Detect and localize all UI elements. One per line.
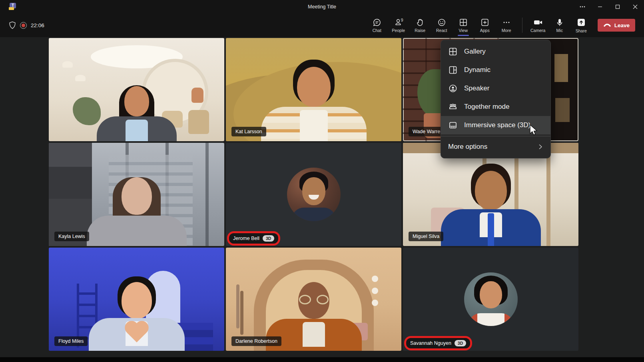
video-tile[interactable]: Darlene Robertson bbox=[226, 248, 401, 351]
avatar bbox=[427, 160, 555, 246]
meeting-timer: 22:06 bbox=[31, 22, 44, 28]
participant-name-tag: Floyd Miles bbox=[54, 336, 88, 346]
hangup-icon bbox=[603, 23, 611, 28]
minimize-button[interactable] bbox=[591, 0, 609, 13]
participant-name-tag: Kat Larsson bbox=[231, 127, 266, 136]
view-button[interactable]: View bbox=[453, 14, 474, 36]
participant-name-tag: Miguel Silva bbox=[409, 232, 443, 241]
menu-item-speaker[interactable]: Speaker bbox=[441, 79, 550, 98]
mouse-cursor bbox=[528, 124, 539, 136]
apps-plus-icon bbox=[481, 18, 489, 27]
video-tile[interactable]: Kayla Lewis bbox=[49, 143, 224, 246]
maximize-button[interactable] bbox=[609, 0, 626, 13]
toolbar-divider bbox=[522, 18, 522, 33]
titlebar-more-icon[interactable] bbox=[574, 0, 591, 13]
avatar bbox=[287, 168, 341, 221]
chat-button[interactable]: Chat bbox=[366, 14, 388, 36]
badge-3d: 3D bbox=[455, 340, 466, 346]
speaker-view-icon bbox=[448, 84, 458, 93]
mic-icon bbox=[555, 18, 564, 27]
view-dropdown-menu: Gallery Dynamic Speaker Together mode Im… bbox=[441, 40, 551, 158]
raise-button[interactable]: Raise bbox=[409, 14, 431, 36]
menu-item-together-mode[interactable]: Together mode bbox=[441, 98, 550, 116]
camera-icon bbox=[533, 18, 543, 27]
avatar bbox=[250, 57, 378, 141]
menu-divider bbox=[441, 136, 550, 136]
mic-button[interactable]: Mic bbox=[549, 14, 570, 36]
apps-button[interactable]: Apps bbox=[474, 14, 496, 36]
chevron-right-icon bbox=[538, 144, 543, 150]
raise-hand-icon bbox=[416, 18, 425, 27]
avatar bbox=[77, 166, 197, 246]
leave-button[interactable]: Leave bbox=[598, 19, 635, 32]
video-tile[interactable] bbox=[49, 38, 224, 141]
avatar bbox=[464, 272, 518, 326]
video-tile[interactable]: Jerome Bell 3D bbox=[226, 143, 401, 246]
avatar bbox=[85, 73, 189, 141]
gallery-icon bbox=[448, 47, 458, 56]
video-tile[interactable]: Kat Larsson bbox=[226, 38, 401, 141]
together-mode-icon bbox=[448, 102, 458, 112]
menu-item-gallery[interactable]: Gallery bbox=[441, 42, 550, 61]
people-button[interactable]: 9 People bbox=[388, 14, 409, 36]
camera-button[interactable]: Camera bbox=[527, 14, 549, 36]
more-button[interactable]: More bbox=[496, 14, 517, 36]
share-icon bbox=[576, 18, 586, 27]
participant-name-tag: Kayla Lewis bbox=[54, 232, 89, 241]
close-button[interactable] bbox=[626, 0, 644, 13]
participant-name-tag-annotated: Jerome Bell 3D bbox=[229, 233, 278, 244]
shield-icon bbox=[9, 21, 16, 29]
view-grid-icon bbox=[459, 18, 468, 27]
dynamic-view-icon bbox=[448, 65, 458, 75]
titlebar: T Meeting Title bbox=[0, 0, 644, 13]
meeting-toolbar: 22:06 Chat 9 People Raise React View App… bbox=[0, 13, 644, 37]
immersive-space-icon bbox=[448, 120, 458, 130]
share-button[interactable]: Share bbox=[570, 14, 592, 36]
window-bottom-edge bbox=[0, 357, 644, 362]
participant-name-tag-annotated: Savannah Nguyen 3D bbox=[406, 338, 470, 348]
window-title: Meeting Title bbox=[0, 4, 644, 10]
react-smiley-icon bbox=[437, 18, 446, 27]
video-tile[interactable]: Floyd Miles bbox=[49, 248, 224, 351]
people-count: 9 bbox=[401, 18, 403, 22]
react-button[interactable]: React bbox=[431, 14, 453, 36]
more-dots-icon bbox=[502, 18, 511, 27]
glasses bbox=[299, 295, 329, 304]
menu-item-dynamic[interactable]: Dynamic bbox=[441, 61, 550, 79]
menu-item-more-options[interactable]: More options bbox=[441, 138, 550, 156]
chat-icon bbox=[373, 18, 381, 27]
participant-name-tag: Darlene Robertson bbox=[231, 336, 281, 346]
video-tile[interactable]: Savannah Nguyen 3D bbox=[403, 248, 578, 351]
recording-indicator-icon bbox=[20, 22, 27, 29]
badge-3d: 3D bbox=[263, 235, 274, 242]
